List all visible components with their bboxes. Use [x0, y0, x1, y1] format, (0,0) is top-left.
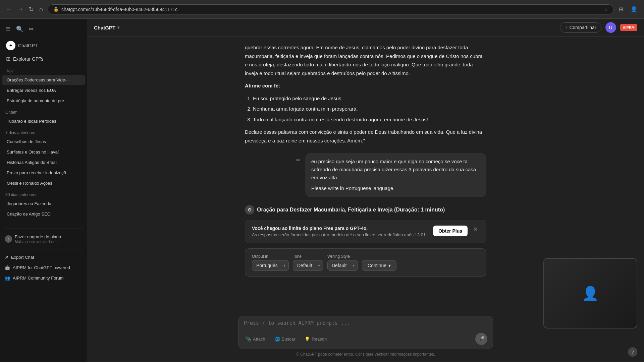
- output-select[interactable]: Português: [252, 260, 289, 271]
- chat-item-7d-1[interactable]: Surfistas e Orcas no Havaí: [2, 147, 85, 157]
- output-select-wrapper: Português: [252, 260, 289, 271]
- tone-select-wrapper: Default: [293, 260, 323, 271]
- chat-input[interactable]: [244, 320, 487, 328]
- microphone-icon: 🎤: [478, 336, 485, 342]
- attach-button[interactable]: 📎 Attach: [244, 335, 267, 343]
- generation-title: Oração para Desfazer Macumbaria, Feitiça…: [257, 207, 445, 213]
- chat-item-yesterday-0[interactable]: Tubarão e Iscas Perdidas: [2, 116, 85, 126]
- back-button[interactable]: ←: [4, 4, 14, 14]
- sidebar-item-chatgpt[interactable]: ✦ ChatGPT: [2, 39, 85, 53]
- chat-item-7d-3[interactable]: Prazo para receber indenizaçõ...: [2, 168, 85, 178]
- ai-message-block: quebrar essas correntes agora! Em nome d…: [245, 43, 486, 145]
- limit-subtitle: As respostas serão fornecidas por outro …: [252, 232, 429, 237]
- search-input-icon: 🌐: [275, 337, 280, 342]
- chat-item-active[interactable]: Orações Poderosas para Vide···: [2, 75, 85, 85]
- user-message-line1: eu preciso que seja um pouco maior e que…: [311, 158, 480, 182]
- top-bar-right: ↑ Compartilhar U AIPRM: [560, 22, 637, 33]
- tone-label: Tone: [293, 254, 323, 259]
- share-button[interactable]: ↑ Compartilhar: [560, 22, 601, 33]
- reason-label: Reason: [312, 337, 327, 342]
- chat-item-1[interactable]: Entregar vídeos nos EUA: [2, 85, 85, 95]
- limit-title: Você chegou ao limite do plano Free para…: [252, 226, 429, 231]
- aiprm-controls: Output in Português Tone Def: [245, 248, 486, 277]
- affirmation-item-1: Eu sou protegido pelo sangue de Jesus.: [253, 94, 486, 103]
- forward-button[interactable]: →: [15, 4, 25, 14]
- profile-button[interactable]: 👤: [628, 5, 640, 14]
- search-input-button[interactable]: 🌐 Buscar: [273, 335, 297, 343]
- url-text: chatgpt.com/c/13b468df-df4a-40b0-8462-68…: [61, 7, 601, 12]
- chat-content: quebrar essas correntes agora! Em nome d…: [238, 43, 493, 281]
- chatgpt-label: ChatGPT: [18, 43, 38, 48]
- section-today: Hoje: [0, 65, 87, 75]
- affirmation-item-2: Nenhuma arma forjada contra mim prospera…: [253, 105, 486, 113]
- tone-select[interactable]: Default: [293, 260, 323, 271]
- sidebar-aiprm-powered-item[interactable]: 🤖 AIPRM for ChatGPT powered: [0, 262, 87, 273]
- chat-item-7d-4[interactable]: Messi e Ronaldo Ações: [2, 178, 85, 188]
- writing-style-select[interactable]: Default: [327, 260, 358, 271]
- upgrade-icon: ↑: [5, 235, 12, 243]
- user-message-wrapper: ✏ eu preciso que seja um pouco maior e q…: [245, 153, 486, 197]
- aiprm-logo[interactable]: AIPRM: [620, 24, 637, 31]
- tone-group: Tone Default: [293, 254, 323, 271]
- chat-item-7d-2[interactable]: Histórias Antigas do Brasil: [2, 158, 85, 167]
- extensions-button[interactable]: ⊞: [616, 5, 626, 14]
- sidebar-header: ☰ 🔍 ✏: [0, 21, 87, 37]
- sidebar-community-item[interactable]: 👥 AIPRM Community Forum: [0, 273, 87, 283]
- upgrade-text-group: Fazer upgrade do plano Mais acesso aos m…: [15, 234, 61, 244]
- top-bar: ChatGPT ▾ ↑ Compartilhar U AIPRM: [87, 19, 644, 37]
- address-bar[interactable]: 🔒 chatgpt.com/c/13b468df-df4a-40b0-8462-…: [48, 4, 613, 14]
- aiprm-powered-label: AIPRM for ChatGPT powered: [13, 265, 70, 270]
- attach-label: Attach: [253, 337, 265, 342]
- app-container: ☰ 🔍 ✏ ✦ ChatGPT ⊞ Explorar GPTs Hoje Ora…: [0, 19, 644, 362]
- input-left-actions: 📎 Attach 🌐 Buscar 💡 Reason: [244, 335, 329, 343]
- edit-message-button[interactable]: ✏: [295, 156, 302, 165]
- export-chat-label: Export Chat: [11, 255, 34, 260]
- generation-header: ⚙ Oração para Desfazer Macumbaria, Feiti…: [245, 205, 486, 215]
- send-button[interactable]: 🎤: [475, 333, 487, 345]
- sidebar-export-chat-button[interactable]: ↗ Export Chat: [0, 252, 87, 262]
- compose-button[interactable]: ✏: [28, 24, 35, 34]
- limit-close-button[interactable]: ✕: [472, 226, 479, 233]
- upgrade-label: Fazer upgrade do plano: [15, 234, 61, 239]
- section-30days: 30 dias anteriores: [0, 188, 87, 198]
- section-yesterday: Ontem: [0, 106, 87, 116]
- continue-button[interactable]: Continue ▾: [362, 260, 396, 271]
- sidebar-toggle-button[interactable]: ☰: [4, 24, 12, 34]
- controls-row: Output in Português Tone Def: [252, 254, 479, 271]
- writing-style-label: Writing Style: [327, 254, 358, 259]
- writing-style-select-wrapper: Default: [327, 260, 358, 271]
- affirmation-item-3: Todo mal lançado contra mim está sendo d…: [253, 115, 486, 124]
- webcam-placeholder: 👤: [544, 259, 637, 328]
- community-label: AIPRM Community Forum: [13, 276, 64, 281]
- reason-button[interactable]: 💡 Reason: [303, 335, 329, 343]
- refresh-button[interactable]: ↻: [27, 4, 36, 14]
- limit-text-block: Você chegou ao limite do plano Free para…: [252, 226, 429, 237]
- search-button[interactable]: 🔍: [15, 24, 25, 34]
- main-content: ChatGPT ▾ ↑ Compartilhar U AIPRM quebrar…: [87, 19, 644, 362]
- sidebar-icons: ☰ 🔍 ✏: [4, 24, 35, 34]
- sidebar-upgrade-button[interactable]: ↑ Fazer upgrade do plano Mais acesso aos…: [0, 232, 87, 246]
- footer-text: © ChatGPT pode cometer erros. Considere …: [296, 352, 435, 357]
- affirmation-title: Afirme com fé:: [245, 81, 486, 90]
- model-selector[interactable]: ChatGPT ▾: [94, 25, 119, 31]
- model-name: ChatGPT: [94, 25, 115, 31]
- chat-item-30d-1[interactable]: Criação de Artigo SEO: [2, 209, 85, 219]
- chat-item-30d-0[interactable]: Jogadores na Fazenda: [2, 199, 85, 208]
- input-actions: 📎 Attach 🌐 Buscar 💡 Reason �: [244, 333, 487, 345]
- home-button[interactable]: ⌂: [37, 4, 45, 14]
- obtain-plus-button[interactable]: Obter Plus: [433, 226, 468, 236]
- sidebar-item-explore-gpts[interactable]: ⊞ Explorar GPTs: [2, 53, 85, 64]
- generation-icon: ⚙: [245, 205, 254, 215]
- user-avatar[interactable]: U: [605, 22, 616, 33]
- export-icon: ↗: [5, 255, 8, 260]
- chat-item-2[interactable]: Estratégia de aumento de pre...: [2, 96, 85, 106]
- share-icon: ↑: [565, 25, 567, 30]
- webcam-overlay: 👤: [543, 258, 637, 328]
- upgrade-sublabel: Mais acesso aos melhores...: [15, 240, 61, 244]
- sidebar-divider: [4, 229, 83, 229]
- affirmation-list: Eu sou protegido pelo sangue de Jesus. N…: [253, 94, 486, 124]
- input-container: 📎 Attach 🌐 Buscar 💡 Reason �: [238, 316, 493, 349]
- chat-item-7d-0[interactable]: Conselhos de Jesus: [2, 137, 85, 146]
- help-button[interactable]: ?: [628, 347, 637, 357]
- writing-style-group: Writing Style Default: [327, 254, 358, 271]
